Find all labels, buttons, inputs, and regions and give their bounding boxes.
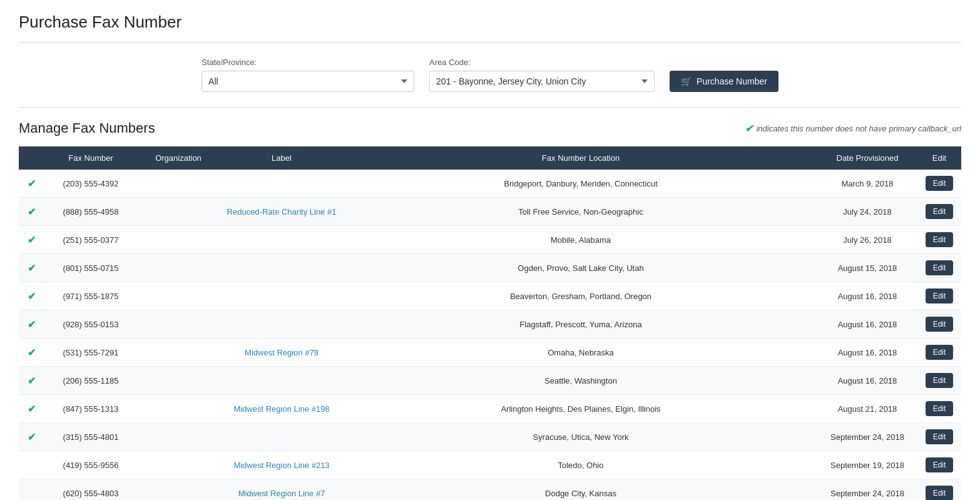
row-check-cell: ✔ — [19, 198, 44, 226]
col-label: Label — [219, 146, 344, 170]
state-select[interactable]: All Alabama Alaska Arizona Arkansas Cali… — [202, 71, 414, 92]
location-cell: Toll Free Service, Non-Geographic — [344, 198, 817, 226]
fax-number-cell: (315) 555-4801 — [44, 423, 138, 451]
organization-cell — [138, 423, 219, 451]
edit-button[interactable]: Edit — [926, 429, 954, 444]
edit-button[interactable]: Edit — [926, 317, 954, 332]
check-mark: ✔ — [28, 207, 36, 217]
fax-number-cell: (801) 555-0715 — [44, 254, 138, 282]
row-check-cell: ✔ — [19, 226, 44, 254]
fax-number-cell: (971) 555-1875 — [44, 282, 138, 310]
table-row: ✔(206) 555-1185Seattle, WashingtonAugust… — [19, 367, 961, 395]
date-cell: September 24, 2018 — [817, 479, 917, 501]
area-code-select[interactable]: 201 - Bayonne, Jersey City, Union City 2… — [429, 71, 655, 92]
fax-number-cell: (206) 555-1185 — [44, 367, 138, 395]
label-cell — [219, 310, 344, 339]
table-header: Fax Number Organization Label Fax Number… — [19, 146, 961, 170]
table-body: ✔(203) 555-4392Bridgeport, Danbury, Meri… — [19, 170, 961, 500]
location-cell: Dodge City, Kansas — [344, 479, 817, 501]
check-mark: ✔ — [28, 291, 36, 302]
edit-button[interactable]: Edit — [926, 457, 954, 472]
section-divider — [19, 107, 961, 108]
title-divider — [19, 42, 961, 43]
organization-cell — [138, 339, 219, 367]
table-row: ✔(847) 555-1313Midwest Region Line #198A… — [19, 395, 961, 423]
label-link[interactable]: Reduced-Rate Charity Line #1 — [227, 207, 337, 217]
table-row: (620) 555-4803Midwest Region Line #7Dodg… — [19, 479, 961, 501]
area-code-filter-group: Area Code: 201 - Bayonne, Jersey City, U… — [429, 58, 655, 92]
fax-number-cell: (620) 555-4803 — [44, 479, 138, 501]
organization-cell — [138, 367, 219, 395]
cart-icon: 🛒 — [681, 76, 692, 86]
edit-button[interactable]: Edit — [926, 345, 954, 360]
manage-header: Manage Fax Numbers ✔ indicates this numb… — [19, 120, 961, 136]
edit-button[interactable]: Edit — [926, 260, 954, 275]
check-mark: ✔ — [28, 235, 36, 245]
label-link[interactable]: Midwest Region Line #198 — [233, 404, 329, 414]
row-check-cell: ✔ — [19, 170, 44, 198]
row-check-cell: ✔ — [19, 339, 44, 367]
edit-cell: Edit — [917, 254, 961, 282]
edit-button[interactable]: Edit — [926, 486, 954, 500]
table-row: ✔(888) 555-4958Reduced-Rate Charity Line… — [19, 198, 961, 226]
row-check-cell: ✔ — [19, 423, 44, 451]
table-row: ✔(928) 555-0153Flagstaff, Prescott, Yuma… — [19, 310, 961, 339]
edit-cell: Edit — [917, 170, 961, 198]
state-filter-group: State/Province: All Alabama Alaska Arizo… — [202, 58, 414, 92]
label-link[interactable]: Midwest Region #79 — [245, 348, 319, 357]
area-code-label: Area Code: — [429, 58, 655, 67]
date-cell: July 24, 2018 — [817, 198, 917, 226]
fax-number-cell: (928) 555-0153 — [44, 310, 138, 339]
check-mark: ✔ — [28, 347, 36, 358]
edit-cell: Edit — [917, 282, 961, 310]
location-cell: Toledo, Ohio — [344, 451, 817, 479]
edit-button[interactable]: Edit — [926, 373, 954, 388]
col-check — [19, 146, 44, 170]
label-link[interactable]: Midwest Region Line #7 — [238, 489, 325, 498]
organization-cell — [138, 170, 219, 198]
label-cell: Reduced-Rate Charity Line #1 — [219, 198, 344, 226]
label-link[interactable]: Midwest Region Line #213 — [233, 461, 329, 470]
check-mark: ✔ — [28, 263, 36, 273]
location-cell: Omaha, Nebraska — [344, 339, 817, 367]
organization-cell — [138, 198, 219, 226]
date-cell: August 16, 2018 — [817, 367, 917, 395]
row-check-cell: ✔ — [19, 395, 44, 423]
check-mark: ✔ — [28, 319, 36, 330]
edit-cell: Edit — [917, 395, 961, 423]
location-cell: Arlington Heights, Des Plaines, Elgin, I… — [344, 395, 817, 423]
check-icon: ✔ — [745, 123, 753, 135]
date-cell: August 16, 2018 — [817, 339, 917, 367]
row-check-cell: ✔ — [19, 310, 44, 339]
fax-number-cell: (251) 555-0377 — [44, 226, 138, 254]
manage-title: Manage Fax Numbers — [19, 120, 155, 136]
edit-button[interactable]: Edit — [926, 232, 954, 247]
row-check-cell: ✔ — [19, 367, 44, 395]
organization-cell — [138, 395, 219, 423]
edit-cell: Edit — [917, 226, 961, 254]
label-cell — [219, 226, 344, 254]
location-cell: Flagstaff, Prescott, Yuma, Arizona — [344, 310, 817, 339]
check-mark: ✔ — [28, 375, 36, 386]
organization-cell — [138, 479, 219, 501]
organization-cell — [138, 254, 219, 282]
page-title: Purchase Fax Number — [19, 13, 961, 32]
edit-cell: Edit — [917, 423, 961, 451]
table-row: ✔(203) 555-4392Bridgeport, Danbury, Meri… — [19, 170, 961, 198]
purchase-btn-label: Purchase Number — [697, 76, 767, 86]
label-cell: Midwest Region Line #198 — [219, 395, 344, 423]
row-check-cell: ✔ — [19, 282, 44, 310]
edit-button[interactable]: Edit — [926, 176, 954, 191]
date-cell: August 15, 2018 — [817, 254, 917, 282]
date-cell: July 26, 2018 — [817, 226, 917, 254]
date-cell: September 19, 2018 — [817, 451, 917, 479]
location-cell: Beaverton, Gresham, Portland, Oregon — [344, 282, 817, 310]
label-cell — [219, 254, 344, 282]
purchase-number-button[interactable]: 🛒 Purchase Number — [670, 71, 778, 92]
edit-button[interactable]: Edit — [926, 204, 954, 219]
edit-button[interactable]: Edit — [926, 401, 954, 416]
edit-button[interactable]: Edit — [926, 288, 954, 304]
edit-cell: Edit — [917, 198, 961, 226]
filter-row: State/Province: All Alabama Alaska Arizo… — [19, 58, 961, 92]
table-row: ✔(971) 555-1875Beaverton, Gresham, Portl… — [19, 282, 961, 310]
